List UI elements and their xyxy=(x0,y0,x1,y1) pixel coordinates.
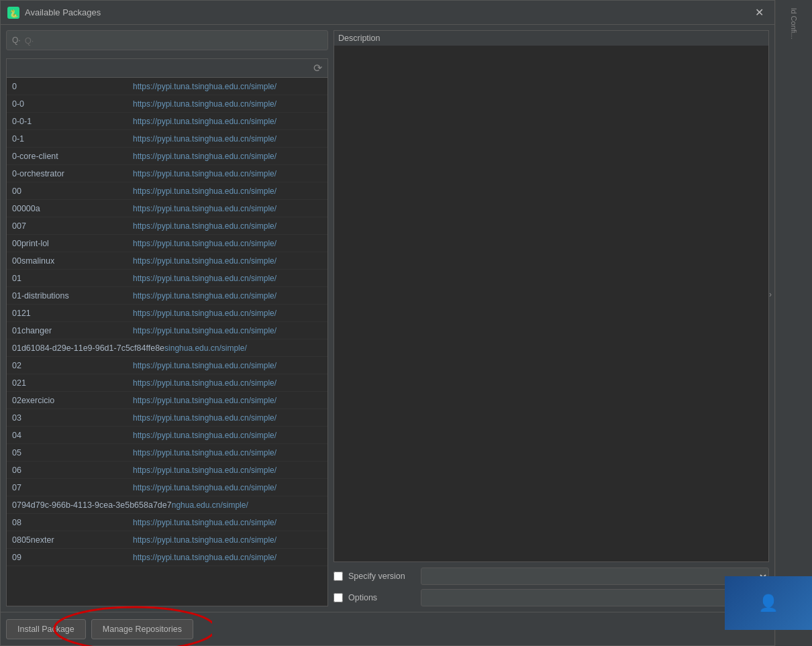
package-row[interactable]: 01changerhttps://pypi.tuna.tsinghua.edu.… xyxy=(7,322,327,339)
specify-version-row: Specify version xyxy=(334,568,769,585)
package-row[interactable]: 08https://pypi.tuna.tsinghua.edu.cn/simp… xyxy=(7,514,327,531)
package-row[interactable]: 0121https://pypi.tuna.tsinghua.edu.cn/si… xyxy=(7,305,327,322)
description-label: Description xyxy=(334,30,769,46)
package-name: 00000a xyxy=(12,204,133,213)
package-row[interactable]: 0-0-1https://pypi.tuna.tsinghua.edu.cn/s… xyxy=(7,113,327,130)
package-url: https://pypi.tuna.tsinghua.edu.cn/simple… xyxy=(133,309,276,318)
package-url: https://pypi.tuna.tsinghua.edu.cn/simple… xyxy=(133,274,276,283)
package-url: https://pypi.tuna.tsinghua.edu.cn/simple… xyxy=(133,256,276,266)
package-name: 0-0 xyxy=(12,99,133,109)
scroll-right-indicator: › xyxy=(769,290,772,299)
package-url: https://pypi.tuna.tsinghua.edu.cn/simple… xyxy=(133,483,276,492)
package-row[interactable]: 01d61084-d29e-11e9-96d1-7c5cf84ffe8esing… xyxy=(7,339,327,357)
search-bar: Q· xyxy=(6,30,328,50)
package-url: https://pypi.tuna.tsinghua.edu.cn/simple… xyxy=(133,239,276,248)
package-list: 0https://pypi.tuna.tsinghua.edu.cn/simpl… xyxy=(7,78,327,566)
close-button[interactable]: ✕ xyxy=(751,5,768,20)
package-name: 0805nexter xyxy=(12,535,133,545)
package-list-container[interactable]: ⟳ 0https://pypi.tuna.tsinghua.edu.cn/sim… xyxy=(6,58,328,606)
options-label: Options xyxy=(348,593,415,602)
specify-version-checkbox[interactable] xyxy=(334,572,343,581)
package-row[interactable]: 0794d79c-966b-4113-9cea-3e5b658a7de7nghu… xyxy=(7,496,327,514)
package-url: https://pypi.tuna.tsinghua.edu.cn/simple… xyxy=(133,448,276,457)
options-section: Specify version Options xyxy=(334,568,769,606)
package-row[interactable]: 01https://pypi.tuna.tsinghua.edu.cn/simp… xyxy=(7,270,327,287)
package-url: https://pypi.tuna.tsinghua.edu.cn/simple… xyxy=(133,326,276,335)
package-url: singhua.edu.cn/simple/ xyxy=(164,343,247,353)
package-url: https://pypi.tuna.tsinghua.edu.cn/simple… xyxy=(133,466,276,475)
package-name: 05 xyxy=(12,448,133,457)
package-name: 0121 xyxy=(12,309,133,318)
package-name: 02 xyxy=(12,361,133,370)
package-url: https://pypi.tuna.tsinghua.edu.cn/simple… xyxy=(133,553,276,562)
options-input[interactable] xyxy=(421,589,769,606)
package-row[interactable]: 0https://pypi.tuna.tsinghua.edu.cn/simpl… xyxy=(7,78,327,95)
package-url: https://pypi.tuna.tsinghua.edu.cn/simple… xyxy=(133,291,276,301)
package-url: https://pypi.tuna.tsinghua.edu.cn/simple… xyxy=(133,535,276,545)
title-bar: 🐍 Available Packages ✕ xyxy=(1,1,774,25)
package-url: https://pypi.tuna.tsinghua.edu.cn/simple… xyxy=(133,134,276,144)
package-url: https://pypi.tuna.tsinghua.edu.cn/simple… xyxy=(133,117,276,126)
package-name: 00print-lol xyxy=(12,239,133,248)
refresh-button[interactable]: ⟳ xyxy=(311,60,325,76)
package-url: https://pypi.tuna.tsinghua.edu.cn/simple… xyxy=(133,186,276,196)
package-url: https://pypi.tuna.tsinghua.edu.cn/simple… xyxy=(133,99,276,109)
package-name: 0-0-1 xyxy=(12,117,133,126)
package-row[interactable]: 0-orchestratorhttps://pypi.tuna.tsinghua… xyxy=(7,165,327,182)
bottom-thumbnail: 👤 xyxy=(725,576,812,630)
ide-panel-label: ld Confi... xyxy=(789,5,799,42)
search-icon: Q· xyxy=(12,36,21,45)
footer: Install Package Manage Repositories xyxy=(1,612,774,645)
package-name: 0-core-client xyxy=(12,152,133,161)
package-url: https://pypi.tuna.tsinghua.edu.cn/simple… xyxy=(133,221,276,231)
package-row[interactable]: 0-1https://pypi.tuna.tsinghua.edu.cn/sim… xyxy=(7,130,327,148)
description-box[interactable] xyxy=(334,46,769,562)
install-package-button[interactable]: Install Package xyxy=(6,619,86,639)
package-name: 00 xyxy=(12,186,133,196)
package-url: https://pypi.tuna.tsinghua.edu.cn/simple… xyxy=(133,518,276,527)
package-row[interactable]: 01-distributionshttps://pypi.tuna.tsingh… xyxy=(7,287,327,305)
package-row[interactable]: 02exerciciohttps://pypi.tuna.tsinghua.ed… xyxy=(7,392,327,409)
manage-repositories-button[interactable]: Manage Repositories xyxy=(91,619,193,639)
available-packages-dialog: 🐍 Available Packages ✕ Q· ⟳ xyxy=(0,0,775,646)
package-row[interactable]: 007https://pypi.tuna.tsinghua.edu.cn/sim… xyxy=(7,217,327,235)
package-name: 0-1 xyxy=(12,134,133,144)
package-name: 01changer xyxy=(12,326,133,335)
package-url: https://pypi.tuna.tsinghua.edu.cn/simple… xyxy=(133,204,276,213)
package-row[interactable]: 00000ahttps://pypi.tuna.tsinghua.edu.cn/… xyxy=(7,200,327,217)
package-row[interactable]: 04https://pypi.tuna.tsinghua.edu.cn/simp… xyxy=(7,427,327,444)
package-url: https://pypi.tuna.tsinghua.edu.cn/simple… xyxy=(133,396,276,405)
package-row[interactable]: 0-core-clienthttps://pypi.tuna.tsinghua.… xyxy=(7,148,327,165)
manage-button-wrapper: Manage Repositories xyxy=(91,619,193,639)
package-row[interactable]: 02https://pypi.tuna.tsinghua.edu.cn/simp… xyxy=(7,357,327,374)
options-row: Options xyxy=(334,589,769,606)
package-name: 0794d79c-966b-4113-9cea-3e5b658a7de7 xyxy=(12,500,172,510)
options-checkbox[interactable] xyxy=(334,593,343,602)
package-name: 0-orchestrator xyxy=(12,169,133,178)
package-url: https://pypi.tuna.tsinghua.edu.cn/simple… xyxy=(133,431,276,440)
package-row[interactable]: 07https://pypi.tuna.tsinghua.edu.cn/simp… xyxy=(7,479,327,496)
package-row[interactable]: 06https://pypi.tuna.tsinghua.edu.cn/simp… xyxy=(7,462,327,479)
package-row[interactable]: 03https://pypi.tuna.tsinghua.edu.cn/simp… xyxy=(7,409,327,427)
package-row[interactable]: 021https://pypi.tuna.tsinghua.edu.cn/sim… xyxy=(7,374,327,392)
package-name: 07 xyxy=(12,483,133,492)
package-name: 021 xyxy=(12,378,133,388)
package-name: 09 xyxy=(12,553,133,562)
package-url: https://pypi.tuna.tsinghua.edu.cn/simple… xyxy=(133,169,276,178)
package-name: 00smalinux xyxy=(12,256,133,266)
package-row[interactable]: 00https://pypi.tuna.tsinghua.edu.cn/simp… xyxy=(7,182,327,200)
version-dropdown[interactable] xyxy=(421,568,769,585)
package-row[interactable]: 05https://pypi.tuna.tsinghua.edu.cn/simp… xyxy=(7,444,327,462)
search-input[interactable] xyxy=(25,36,322,46)
package-row[interactable]: 00print-lolhttps://pypi.tuna.tsinghua.ed… xyxy=(7,235,327,252)
right-panel: Description › Specify version xyxy=(334,30,769,606)
package-row[interactable]: 0805nexterhttps://pypi.tuna.tsinghua.edu… xyxy=(7,531,327,549)
package-row[interactable]: 09https://pypi.tuna.tsinghua.edu.cn/simp… xyxy=(7,549,327,566)
pycharm-icon: 🐍 xyxy=(7,7,19,19)
package-row[interactable]: 00smalinuxhttps://pypi.tuna.tsinghua.edu… xyxy=(7,252,327,270)
title-left: 🐍 Available Packages xyxy=(7,7,101,19)
package-row[interactable]: 0-0https://pypi.tuna.tsinghua.edu.cn/sim… xyxy=(7,95,327,113)
package-name: 007 xyxy=(12,221,133,231)
package-name: 08 xyxy=(12,518,133,527)
package-url: https://pypi.tuna.tsinghua.edu.cn/simple… xyxy=(133,152,276,161)
